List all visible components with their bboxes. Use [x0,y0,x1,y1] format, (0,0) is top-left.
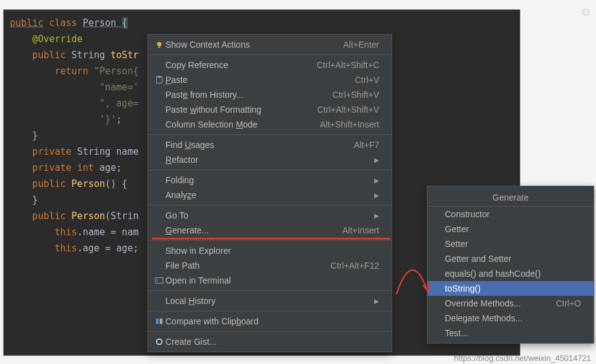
svg-rect-4 [156,278,163,284]
compare-icon [153,317,165,326]
menu-label: equals() and hashCode() [445,269,581,279]
menu-item[interactable]: PasteCtrl+V [148,72,392,87]
menu-label: Setter [445,239,581,249]
menu-label: Constructor [445,209,581,219]
shortcut: Ctrl+O [556,298,581,308]
svg-rect-6 [160,319,162,324]
submenu-arrow-icon: ▶ [374,177,379,184]
submenu-arrow-icon: ▶ [374,157,379,163]
menu-item[interactable]: equals() and hashCode() [427,266,594,281]
submenu-arrow-icon: ▶ [374,192,379,199]
menu-item[interactable]: toString() [427,281,594,296]
menu-item[interactable]: Create Gist... [148,334,392,349]
shortcut: Alt+Shift+Insert [320,119,379,129]
context-menu: Show Context ActionsAlt+EnterCopy Refere… [147,34,392,352]
menu-item[interactable]: Column Selection ModeAlt+Shift+Insert [148,117,392,132]
menu-item[interactable]: Getter and Setter [427,251,594,266]
menu-item[interactable]: Paste from History...Ctrl+Shift+V [148,87,392,102]
menu-item[interactable]: Delegate Methods... [427,311,594,326]
menu-item[interactable]: Paste without FormattingCtrl+Alt+Shift+V [148,102,392,117]
menu-item[interactable]: Open in Terminal [148,273,392,288]
submenu-arrow-icon: ▶ [374,212,379,219]
shortcut: Alt+Enter [343,40,379,50]
shortcut: Ctrl+Alt+F12 [330,261,379,271]
menu-label: Column Selection Mode [165,119,301,129]
svg-point-0 [157,42,162,46]
menu-label: Override Methods... [445,298,537,308]
menu-label: Paste from History... [165,90,314,100]
menu-item[interactable]: Override Methods...Ctrl+O [427,296,594,311]
menu-item[interactable]: Folding▶ [148,173,392,188]
menu-item[interactable]: Find UsagesAlt+F7 [148,137,392,152]
menu-label: Paste without Formatting [165,105,299,115]
emoji-icon: ☺ [580,5,592,19]
menu-label: Open in Terminal [165,275,379,285]
menu-label: Delegate Methods... [445,313,581,323]
menu-item[interactable]: Local History▶ [148,293,392,308]
submenu-title: Generate [427,189,594,207]
shortcut: Alt+Insert [342,225,379,235]
paste-icon [153,76,165,84]
menu-item[interactable]: Analyze▶ [148,188,392,202]
menu-label: Generate... [165,225,323,235]
submenu-arrow-icon: ▶ [374,298,379,305]
menu-label: Refactor [165,155,356,165]
menu-item[interactable]: Setter [427,236,594,251]
menu-item[interactable]: Copy ReferenceCtrl+Alt+Shift+C [148,58,392,72]
menu-label: Go To [165,210,356,220]
menu-label: Find Usages [165,140,335,150]
terminal-icon [153,276,165,285]
menu-label: Getter [445,224,581,234]
svg-rect-1 [158,46,160,48]
menu-label: Paste [165,75,336,85]
menu-label: Analyze [165,190,356,200]
shortcut: Ctrl+Alt+Shift+C [317,60,379,70]
menu-label: Local History [165,296,356,306]
svg-point-8 [157,340,162,344]
menu-item[interactable]: File PathCtrl+Alt+F12 [148,258,392,273]
bulb-icon [153,40,165,49]
menu-item[interactable]: Compare with Clipboard [148,314,392,329]
menu-item[interactable]: Test... [427,326,594,340]
menu-label: Test... [445,328,581,338]
generate-submenu: GenerateConstructorGetterSetterGetter an… [427,186,594,344]
menu-item[interactable]: Getter [427,222,594,236]
menu-item[interactable]: Show Context ActionsAlt+Enter [148,37,392,52]
menu-label: Create Gist... [165,337,379,347]
menu-label: Compare with Clipboard [165,316,379,326]
menu-label: toString() [445,284,581,293]
menu-label: Show Context Actions [165,40,325,50]
svg-rect-3 [157,76,160,78]
menu-item[interactable]: Constructor [427,207,594,222]
shortcut: Ctrl+Shift+V [333,90,379,100]
annotation-underline [152,238,390,240]
menu-item[interactable]: Generate...Alt+Insert [148,223,392,238]
watermark: https://blog.csdn.net/weixin_45014721 [454,353,591,363]
menu-item[interactable]: Refactor▶ [148,152,392,167]
menu-label: File Path [165,261,312,271]
menu-label: Copy Reference [165,60,298,70]
shortcut: Ctrl+V [355,75,379,85]
github-icon [153,337,165,346]
menu-item[interactable]: Show in Explorer [148,243,392,258]
menu-label: Getter and Setter [445,254,581,264]
menu-item[interactable]: Go To▶ [148,208,392,223]
shortcut: Alt+F7 [354,140,379,150]
svg-rect-5 [156,319,159,324]
menu-label: Show in Explorer [165,246,379,256]
shortcut: Ctrl+Alt+Shift+V [317,105,379,115]
menu-label: Folding [165,175,356,185]
